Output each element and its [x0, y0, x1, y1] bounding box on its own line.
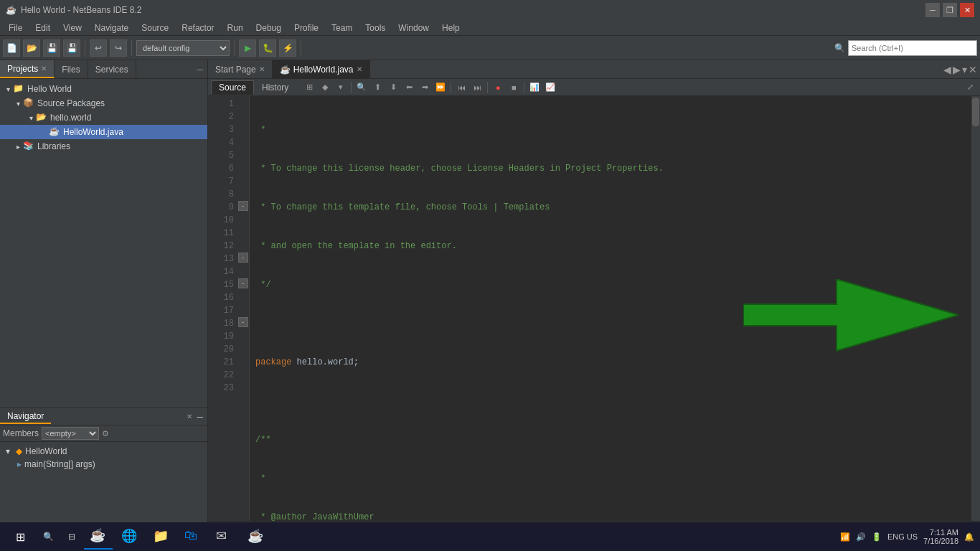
vertical-scrollbar[interactable] — [971, 96, 980, 521]
profile-project-button[interactable]: ⚡ — [279, 39, 296, 57]
start-button[interactable]: ⊞ — [6, 524, 34, 550]
menu-edit[interactable]: Edit — [29, 22, 56, 34]
save-button[interactable]: 💾 — [43, 39, 60, 57]
tab-projects-close-icon[interactable]: ✕ — [41, 65, 47, 72]
tab-history[interactable]: History — [254, 80, 296, 95]
menu-bar: File Edit View Navigate Source Refactor … — [0, 20, 980, 36]
menu-profile[interactable]: Profile — [288, 22, 324, 34]
new-project-button[interactable]: 📄 — [3, 39, 20, 57]
class-icon: ◆ — [16, 446, 22, 456]
tab-scroll-right-icon[interactable]: ▶ — [953, 64, 961, 75]
minimize-button[interactable]: ─ — [925, 3, 940, 17]
panel-minimize-icon[interactable]: ─ — [192, 63, 207, 76]
navigator-action-button[interactable]: ⚙ — [102, 429, 109, 438]
menu-team[interactable]: Team — [326, 22, 358, 34]
run-project-button[interactable]: ▶ — [239, 39, 256, 57]
taskbar-store[interactable]: 🛍 — [179, 524, 207, 550]
redo-button[interactable]: ↪ — [110, 39, 127, 57]
tree-item-helloworldjava[interactable]: ☕ HelloWorld.java — [0, 125, 207, 139]
editor-toolbar-btn-1[interactable]: ⊞ — [302, 80, 316, 95]
navigator-minimize-icon[interactable]: ─ — [197, 412, 207, 422]
editor-toolbar-btn-9[interactable]: ⏩ — [433, 80, 448, 95]
tree-item-hello-world-pkg[interactable]: ▾ 📂 hello.world — [0, 110, 207, 125]
tab-services[interactable]: Services — [88, 60, 136, 78]
fold-button-class[interactable]: - — [238, 253, 248, 263]
tab-start-page[interactable]: Start Page ✕ — [208, 60, 273, 78]
nav-item-main-method[interactable]: ▸ main(String[] args) — [3, 458, 204, 471]
taskbar-task-view[interactable]: ⊟ — [62, 524, 81, 550]
menu-navigate[interactable]: Navigate — [89, 22, 134, 34]
code-line-10: * — [255, 472, 966, 485]
taskbar-netbeans[interactable]: ☕ — [84, 524, 113, 550]
clock-time: 7:11 AM — [923, 528, 958, 537]
navigator-tab[interactable]: Navigator — [0, 410, 51, 424]
editor-toolbar-btn-6[interactable]: ⬇ — [386, 80, 400, 95]
expand-editor-button[interactable]: ⤢ — [963, 80, 977, 95]
menu-debug[interactable]: Debug — [250, 22, 287, 34]
chart-button-1[interactable]: 📊 — [527, 80, 542, 95]
save-all-button[interactable]: 💾 — [63, 39, 80, 57]
scrollbar-thumb[interactable] — [972, 98, 979, 126]
tab-helloworld-java[interactable]: ☕ HelloWorld.java ✕ — [273, 60, 370, 78]
menu-refactor[interactable]: Refactor — [176, 22, 220, 34]
tab-source[interactable]: Source — [211, 80, 254, 95]
navigator-close-icon[interactable]: ✕ — [187, 413, 197, 420]
editor-toolbar-btn-2[interactable]: ◆ — [318, 80, 332, 95]
editor-toolbar-btn-4[interactable]: 🔍 — [354, 80, 369, 95]
taskbar-edge[interactable]: 🌐 — [116, 524, 144, 550]
editor-toolbar-btn-7[interactable]: ⬅ — [402, 80, 416, 95]
editor-toolbar-btn-8[interactable]: ➡ — [418, 80, 432, 95]
pause-button[interactable]: ■ — [507, 80, 521, 95]
editor-toolbar-btn-3[interactable]: ▾ — [334, 80, 348, 95]
menu-tools[interactable]: Tools — [359, 22, 391, 34]
tree-item-libraries[interactable]: ▸ 📚 Libraries — [0, 139, 207, 154]
open-project-button[interactable]: 📂 — [23, 39, 40, 57]
toolbar-separator — [351, 82, 352, 93]
tab-scroll-left-icon[interactable]: ◀ — [943, 64, 951, 75]
menu-window[interactable]: Window — [392, 22, 435, 34]
nav-item-helloworld[interactable]: ▾ ◆ HelloWorld — [3, 445, 204, 458]
menu-run[interactable]: Run — [222, 22, 249, 34]
notification-icon[interactable]: 🔔 — [964, 532, 974, 542]
taskbar-search[interactable]: 🔍 — [37, 524, 60, 550]
config-select[interactable]: default config — [136, 40, 230, 56]
taskbar-java[interactable]: ☕ — [242, 524, 270, 550]
editor-toolbar-btn-11[interactable]: ⏭ — [470, 80, 484, 95]
title-bar-left: ☕ Hello World - NetBeans IDE 8.2 — [6, 5, 142, 15]
editor-toolbar-btn-10[interactable]: ⏮ — [454, 80, 468, 95]
members-select[interactable]: <empty> — [42, 427, 99, 440]
code-content[interactable]: * * To change this license header, choos… — [250, 96, 971, 521]
stop-button[interactable]: ● — [491, 80, 505, 95]
menu-view[interactable]: View — [57, 22, 88, 34]
tab-dropdown-icon[interactable]: ▾ — [962, 64, 967, 75]
battery-icon: 🔋 — [872, 532, 882, 542]
fold-button-javadoc2[interactable]: - — [238, 278, 248, 288]
panel-tabs: Projects ✕ Files Services ─ — [0, 60, 207, 79]
start-page-close-icon[interactable]: ✕ — [259, 65, 265, 73]
menu-help[interactable]: Help — [436, 22, 466, 34]
clock-date: 7/16/2018 — [923, 537, 958, 545]
tab-projects[interactable]: Projects ✕ — [0, 60, 55, 78]
taskbar-mail[interactable]: ✉ — [210, 524, 239, 550]
helloworld-close-icon[interactable]: ✕ — [357, 65, 362, 73]
editor-toolbar-btn-5[interactable]: ⬆ — [370, 80, 385, 95]
tree-item-source-packages[interactable]: ▾ 📦 Source Packages — [0, 96, 207, 110]
network-icon: 📶 — [840, 532, 850, 542]
menu-source[interactable]: Source — [136, 22, 174, 34]
fold-button-javadoc[interactable]: - — [238, 201, 248, 211]
tab-navigation: ◀ ▶ ▾ ✕ — [943, 64, 980, 75]
taskbar-explorer[interactable]: 📁 — [147, 524, 176, 550]
debug-project-button[interactable]: 🐛 — [259, 39, 276, 57]
close-button[interactable]: ✕ — [960, 3, 974, 17]
fold-button-main[interactable]: - — [238, 317, 248, 327]
maximize-button[interactable]: ❐ — [943, 3, 957, 17]
search-input[interactable] — [848, 40, 977, 56]
tab-close-all-icon[interactable]: ✕ — [969, 64, 977, 75]
undo-button[interactable]: ↩ — [90, 39, 107, 57]
tree-item-helloworld-root[interactable]: ▾ 📁 Hello World — [0, 82, 207, 96]
tab-files[interactable]: Files — [55, 60, 88, 78]
menu-file[interactable]: File — [3, 22, 28, 34]
code-line-2: * To change this license header, choose … — [255, 162, 966, 175]
chart-button-2[interactable]: 📈 — [543, 80, 557, 95]
code-editor[interactable]: 12345 678910 1112131415 1617181920 21222… — [208, 96, 980, 521]
